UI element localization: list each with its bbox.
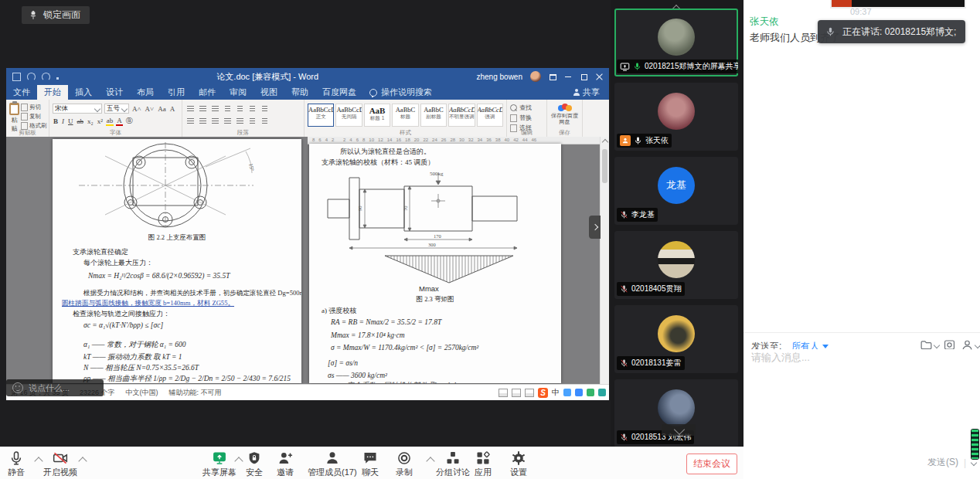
sogou-ime-icon[interactable]: S	[538, 388, 548, 398]
cut-button[interactable]: 剪切	[21, 104, 47, 111]
web-layout-icon[interactable]	[525, 389, 534, 397]
find-button[interactable]: 查找	[510, 104, 543, 112]
font-name-combo[interactable]: 宋体	[53, 104, 102, 114]
scroll-down-button[interactable]	[662, 424, 696, 436]
record-button[interactable]: 录制	[396, 450, 413, 478]
tab-file[interactable]: 文件	[6, 85, 37, 100]
breakout-rooms-button[interactable]: 分组讨论	[436, 450, 470, 478]
read-mode-icon[interactable]	[499, 389, 508, 397]
align-left-icon[interactable]	[185, 117, 196, 125]
show-marks-icon[interactable]	[260, 104, 270, 113]
tab-references[interactable]: 引用	[161, 85, 192, 100]
tab-insert[interactable]: 插入	[68, 85, 99, 100]
undo-icon[interactable]	[27, 73, 36, 81]
vertical-scrollbar[interactable]	[600, 137, 609, 384]
save-to-baidu-pan-button[interactable]: 保存到百度网盘	[550, 104, 579, 125]
tab-view[interactable]: 视图	[254, 85, 284, 100]
align-right-icon[interactable]	[210, 117, 220, 125]
emoji-icon[interactable]	[12, 382, 23, 393]
mute-button[interactable]: 静音	[8, 450, 25, 478]
ime-mic-icon[interactable]	[575, 389, 583, 396]
line-spacing-icon[interactable]	[235, 117, 245, 125]
align-center-icon[interactable]	[198, 117, 208, 125]
font-color-icon[interactable]: A	[116, 117, 123, 126]
bullets-icon[interactable]	[185, 104, 196, 113]
shrink-font-icon[interactable]: A˅	[145, 105, 155, 113]
highlight-icon[interactable]: ab	[106, 117, 114, 126]
ime-toolbox-icon[interactable]	[598, 389, 606, 396]
justify-icon[interactable]	[223, 117, 233, 125]
scrollbar-thumb[interactable]	[602, 149, 607, 183]
ime-keyboard-icon[interactable]	[587, 389, 594, 396]
tab-help[interactable]: 帮助	[284, 85, 315, 100]
participant-tile[interactable]: 02018405贯翔	[614, 231, 738, 299]
record-options-chevron[interactable]	[426, 457, 434, 465]
tab-design[interactable]: 设计	[99, 85, 130, 100]
style-emphasis[interactable]: AaBbCcD强调	[477, 104, 503, 127]
tell-me-search[interactable]: 操作说明搜索	[363, 85, 438, 100]
redo-icon[interactable]	[42, 73, 50, 81]
apps-button[interactable]: 应用	[475, 450, 492, 478]
copy-button[interactable]: 复制	[21, 113, 47, 121]
document-page-right[interactable]: 所以认为滚轮直径是合适的。 支承滚轮轴的校核（材料：45 调质）	[309, 144, 561, 383]
manage-members-button[interactable]: 管理成员(17)	[308, 450, 357, 478]
share-screen-button[interactable]: 共享屏幕	[202, 450, 236, 478]
replace-button[interactable]: 替换	[510, 114, 543, 122]
enclose-char-icon[interactable]: ⓐ	[125, 116, 134, 126]
font-size-combo[interactable]: 五号	[104, 104, 129, 114]
tab-layout[interactable]: 布局	[130, 85, 161, 100]
send-message-button[interactable]: 发送(S) |	[927, 456, 976, 469]
shading-icon[interactable]	[247, 117, 257, 125]
chat-button[interactable]: 聊天	[362, 450, 379, 478]
underline-icon[interactable]: U	[67, 117, 74, 125]
share-button[interactable]: 共享	[564, 85, 609, 100]
video-options-chevron[interactable]	[78, 457, 87, 465]
style-no-spacing[interactable]: AaBbCcD无间隔	[335, 104, 362, 127]
customize-qat-icon[interactable]	[56, 77, 59, 80]
participant-tile[interactable]: 02018513 刘宏伟	[614, 379, 738, 447]
multilevel-list-icon[interactable]	[210, 104, 220, 113]
change-case-icon[interactable]: Aa	[157, 105, 167, 113]
scroll-up-icon[interactable]	[602, 139, 608, 145]
tab-review[interactable]: 审阅	[223, 85, 254, 100]
tab-home[interactable]: 开始	[37, 85, 68, 100]
close-icon[interactable]	[595, 73, 603, 80]
participant-tile[interactable]: 02018131姜雷	[614, 305, 738, 373]
minimize-icon[interactable]	[564, 73, 572, 80]
invite-button[interactable]: 邀请	[277, 450, 294, 478]
strikethrough-icon[interactable]: ab	[77, 117, 85, 125]
borders-icon[interactable]	[260, 117, 270, 125]
paste-button[interactable]: 粘贴	[9, 102, 19, 127]
tab-baidu-pan[interactable]: 百度网盘	[315, 85, 363, 100]
restore-icon[interactable]	[580, 73, 587, 80]
ime-chinese-mode[interactable]: 中	[552, 387, 560, 398]
ime-pencil-icon[interactable]	[563, 389, 571, 396]
numbering-icon[interactable]	[198, 104, 208, 113]
sort-icon[interactable]	[247, 104, 257, 113]
end-meeting-button[interactable]: 结束会议	[686, 454, 737, 474]
document-page-left[interactable]: 15° 图 2.2 上支座布置图 支承滚轮直径确定 每个滚轮上最大压力： Nma…	[53, 139, 301, 383]
next-page-button[interactable]	[589, 216, 601, 239]
save-icon[interactable]	[12, 73, 21, 81]
language-indicator[interactable]: 中文(中国)	[126, 388, 158, 398]
increase-indent-icon[interactable]	[235, 104, 245, 113]
style-subtitle[interactable]: AaBbC副标题	[420, 104, 447, 127]
italic-icon[interactable]: I	[61, 117, 65, 125]
quick-chat-bar[interactable]: 说点什么...	[6, 379, 104, 396]
style-subtle-emphasis[interactable]: AaBbCcD不明显强调	[448, 104, 475, 127]
participant-tile-sharer[interactable]: 02018215郑博文的屏幕共享	[614, 8, 738, 76]
print-layout-icon[interactable]	[512, 389, 521, 397]
participant-tile[interactable]: 张天依	[614, 83, 738, 151]
chat-message-input[interactable]	[750, 349, 971, 406]
decrease-indent-icon[interactable]	[223, 104, 233, 113]
bold-icon[interactable]: B	[53, 117, 59, 125]
tab-mailings[interactable]: 邮件	[192, 85, 223, 100]
subscript-icon[interactable]: x₂	[87, 117, 94, 125]
style-normal[interactable]: AaBbCcD正文	[308, 104, 334, 127]
superscript-icon[interactable]: x²	[97, 117, 104, 125]
mute-options-chevron[interactable]	[34, 457, 43, 465]
settings-button[interactable]: 设置	[510, 450, 527, 478]
style-heading1[interactable]: AaB标题 1	[364, 104, 390, 127]
style-title[interactable]: AaBbC标题	[392, 104, 418, 127]
grow-font-icon[interactable]: A˄	[131, 105, 142, 113]
